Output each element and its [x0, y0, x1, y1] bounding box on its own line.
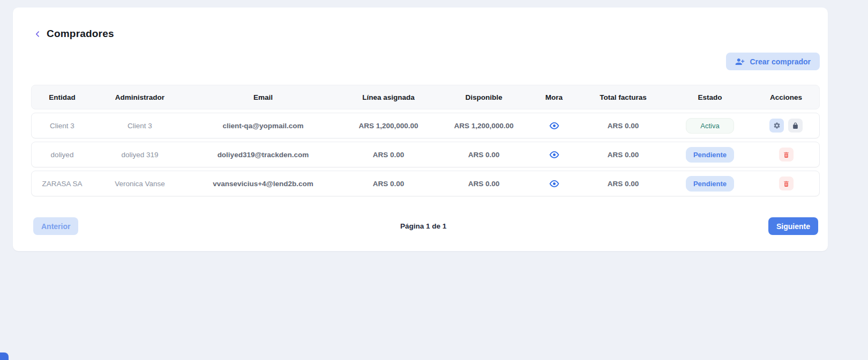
gear-icon — [773, 122, 781, 129]
trash-icon — [783, 180, 790, 187]
eye-icon — [549, 180, 559, 188]
previous-page-button[interactable]: Anterior — [33, 217, 78, 235]
header-disponible: Disponible — [438, 93, 530, 101]
settings-button[interactable] — [769, 119, 784, 133]
cell-administrador: Veronica Vanse — [93, 180, 187, 188]
mora-view-button[interactable] — [549, 122, 559, 130]
delete-button[interactable] — [779, 177, 794, 190]
page-title: Compradores — [47, 28, 114, 40]
header-administrador: Administrador — [93, 93, 187, 101]
cell-email: client-qa@yopmail.com — [187, 122, 339, 130]
header-entidad: Entidad — [32, 93, 93, 101]
table-header-row: Entidad Administrador Email Línea asigna… — [31, 85, 820, 109]
cell-entidad: doliyed — [32, 151, 93, 159]
cell-entidad: ZARASA SA — [32, 180, 93, 188]
back-button[interactable] — [34, 30, 41, 39]
header-email: Email — [187, 93, 339, 101]
user-plus-icon — [735, 57, 745, 67]
table-row: doliyed doliyed 319 doliyed319@trackden.… — [31, 142, 820, 167]
cell-disponible: ARS 0.00 — [438, 180, 530, 188]
trash-icon — [783, 151, 790, 158]
cell-administrador: doliyed 319 — [93, 151, 187, 159]
compradores-panel: Compradores Crear comprador Entidad Admi… — [13, 8, 828, 251]
header-estado: Estado — [668, 93, 752, 101]
cell-total-facturas: ARS 0.00 — [578, 151, 668, 159]
cell-linea-asignada: ARS 0.00 — [339, 151, 438, 159]
create-comprador-label: Crear comprador — [750, 57, 811, 66]
compradores-table: Entidad Administrador Email Línea asigna… — [31, 85, 820, 196]
status-badge: Activa — [686, 118, 734, 134]
lock-button[interactable] — [788, 119, 803, 133]
cell-disponible: ARS 1,200,000.00 — [438, 122, 530, 130]
chevron-left-icon — [34, 30, 41, 39]
cell-administrador: Client 3 — [93, 122, 187, 130]
cell-total-facturas: ARS 0.00 — [578, 180, 668, 188]
cell-email: vvansevicius+4@lend2b.com — [187, 180, 339, 188]
status-badge: Pendiente — [686, 176, 734, 192]
page-info: Página 1 de 1 — [400, 222, 446, 230]
cell-total-facturas: ARS 0.00 — [578, 122, 668, 130]
header-acciones: Acciones — [752, 93, 820, 101]
header-linea-asignada: Línea asignada — [339, 93, 438, 101]
mora-view-button[interactable] — [549, 151, 559, 159]
pagination: Anterior Página 1 de 1 Siguiente — [13, 217, 828, 235]
next-page-button[interactable]: Siguiente — [768, 217, 818, 235]
page-header: Compradores — [34, 28, 114, 40]
create-comprador-button[interactable]: Crear comprador — [726, 53, 820, 70]
status-badge: Pendiente — [686, 147, 734, 163]
delete-button[interactable] — [779, 148, 794, 161]
mora-view-button[interactable] — [549, 180, 559, 188]
table-body: Client 3 Client 3 client-qa@yopmail.com … — [31, 113, 820, 196]
cell-disponible: ARS 0.00 — [438, 151, 530, 159]
eye-icon — [549, 122, 559, 130]
cell-entidad: Client 3 — [32, 122, 93, 130]
chat-widget-partial[interactable] — [0, 352, 9, 360]
cell-linea-asignada: ARS 0.00 — [339, 180, 438, 188]
cell-linea-asignada: ARS 1,200,000.00 — [339, 122, 438, 130]
lock-icon — [792, 122, 799, 129]
table-row: ZARASA SA Veronica Vanse vvansevicius+4@… — [31, 171, 820, 196]
cell-email: doliyed319@trackden.com — [187, 151, 339, 159]
header-total-facturas: Total facturas — [578, 93, 668, 101]
header-mora: Mora — [530, 93, 578, 101]
eye-icon — [549, 151, 559, 159]
table-row: Client 3 Client 3 client-qa@yopmail.com … — [31, 113, 820, 138]
